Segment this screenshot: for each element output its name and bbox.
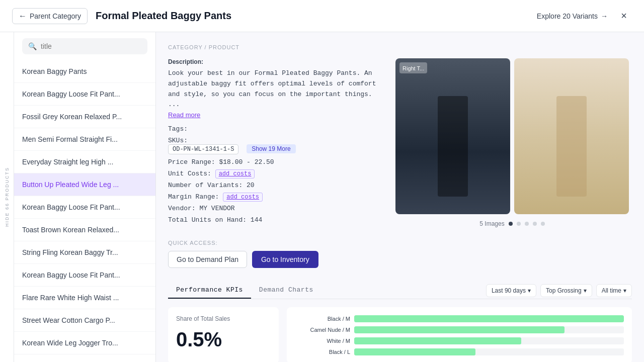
product-item[interactable]: Button Up Pleated Wide Leg ... (14, 173, 155, 196)
product-list: Korean Baggy PantsKorean Baggy Loose Fit… (14, 60, 155, 362)
filter-label-2: Top Grossing (546, 287, 582, 294)
inventory-button[interactable]: Go to Inventory (252, 251, 318, 268)
product-images: Right T... (395, 58, 629, 214)
add-costs-link-2[interactable]: add costs (223, 193, 263, 202)
product-item[interactable]: Street Wear Cotton Cargo P... (14, 309, 155, 332)
performance-section: Performance KPIs Demand Charts Last 90 d… (168, 282, 632, 362)
vendor-row: Vendor: MY VENDOR (168, 205, 379, 212)
bar-track (354, 326, 624, 333)
margin-row: Margin Range: add costs (168, 193, 379, 201)
images-section: Right T... (395, 58, 629, 228)
chevron-down-icon-3: ▾ (623, 287, 626, 294)
dot-1[interactable] (509, 222, 513, 226)
parent-category-button[interactable]: ← Parent Category (12, 8, 88, 24)
header-left: ← Parent Category Formal Pleated Baggy P… (12, 8, 231, 24)
sku-badge: OD-PN-WL-1341-1-S (168, 144, 238, 154)
product-item[interactable]: Korean Wide Leg Jogger Tro... (14, 332, 155, 354)
chevron-down-icon: ▾ (528, 287, 531, 294)
product-item[interactable]: Men Semi Formal Straight Fi... (14, 128, 155, 151)
filter-label-1: Last 90 days (492, 287, 526, 294)
bar-chart: Black / M Camel Nude / M White / M Black… (295, 315, 624, 355)
tab-performance-kpis[interactable]: Performance KPIs (168, 282, 251, 299)
bar-row: Black / M (295, 315, 624, 322)
charts-row: Share of Total Sales 0.5% Black / M Came… (168, 307, 632, 362)
show-more-button[interactable]: Show 19 More (247, 144, 295, 153)
last-90-days-filter[interactable]: Last 90 days ▾ (486, 284, 536, 297)
demand-plan-button[interactable]: Go to Demand Plan (168, 251, 247, 268)
performance-filters: Last 90 days ▾ Top Grossing ▾ All time ▾ (486, 284, 632, 297)
unit-costs-label: Unit Costs: (168, 170, 211, 177)
units-label: Total Units on Hand: (168, 216, 247, 224)
quick-access-buttons: Go to Demand Plan Go to Inventory (168, 251, 632, 268)
chevron-down-icon-2: ▾ (584, 287, 587, 294)
bar-track (354, 337, 624, 344)
bar-label: White / M (295, 338, 350, 344)
tab-demand-charts[interactable]: Demand Charts (251, 282, 321, 299)
share-chart-title: Share of Total Sales (176, 315, 271, 322)
skus-row: SKUs: OD-PN-WL-1341-1-S Show 19 More (168, 137, 379, 154)
share-percent-value: 0.5% (176, 328, 271, 351)
top-grossing-filter[interactable]: Top Grossing ▾ (540, 284, 592, 297)
content-area: CATEGORY / PRODUCT Description: Look you… (156, 32, 644, 362)
description-text: Look your best in our Formal Pleated Bag… (168, 68, 379, 110)
product-image-2 (514, 58, 629, 214)
add-costs-link[interactable]: add costs (215, 169, 255, 178)
dot-2[interactable] (517, 222, 521, 226)
product-info: Description: Look your best in our Forma… (168, 58, 379, 228)
bar-chart-card: Black / M Camel Nude / M White / M Black… (287, 307, 632, 362)
parent-category-label: Parent Category (30, 12, 81, 20)
header: ← Parent Category Formal Pleated Baggy P… (0, 0, 644, 32)
description-label: Description: (168, 58, 379, 65)
price-range-row: Price Range: $18.00 - 22.50 (168, 158, 379, 166)
app-container: ← Parent Category Formal Pleated Baggy P… (0, 0, 644, 362)
product-item[interactable]: String Fling Korean Baggy Tr... (14, 241, 155, 264)
product-item[interactable]: Fossil Grey Korean Relaxed P... (14, 106, 155, 128)
sidebar: HIDE 66 PRODUCTS 🔍 Korean Baggy PantsKor… (0, 32, 156, 362)
vendor-value: MY VENDOR (199, 205, 234, 212)
dot-5[interactable] (541, 222, 545, 226)
performance-tabs: Performance KPIs Demand Charts Last 90 d… (168, 282, 632, 299)
tags-label: Tags: (168, 125, 188, 133)
quick-access: QUICK ACCESS: Go to Demand Plan Go to In… (168, 240, 632, 268)
sidebar-inner: 🔍 Korean Baggy PantsKorean Baggy Loose F… (14, 32, 155, 362)
images-count-label: 5 Images (479, 220, 504, 227)
share-chart-card: Share of Total Sales 0.5% (168, 307, 279, 362)
unit-costs-row: Unit Costs: add costs (168, 170, 379, 177)
product-item[interactable]: Korean Baggy Loose Fit Pant... (14, 83, 155, 106)
all-time-filter[interactable]: All time ▾ (596, 284, 632, 297)
bar-track (354, 315, 624, 322)
product-image-1: Right T... (395, 58, 510, 214)
bar-row: Black / L (295, 348, 624, 355)
dot-4[interactable] (533, 222, 537, 226)
search-input[interactable] (41, 42, 141, 50)
main-layout: HIDE 66 PRODUCTS 🔍 Korean Baggy PantsKor… (0, 32, 644, 362)
bar-fill (354, 315, 624, 322)
bar-label: Camel Nude / M (295, 327, 350, 333)
read-more-link[interactable]: Read more (168, 111, 200, 119)
dot-3[interactable] (525, 222, 529, 226)
sidebar-rotate-label: HIDE 66 PRODUCTS (0, 32, 14, 362)
price-range-value: $18.00 - 22.50 (219, 158, 274, 166)
header-right: Explore 20 Variants → × (537, 8, 632, 24)
product-item[interactable]: Everyday Straight leg High ... (14, 151, 155, 173)
bar-fill (354, 326, 565, 333)
close-button[interactable]: × (616, 8, 632, 24)
product-item[interactable]: Flare Rare White High Waist ... (14, 287, 155, 309)
product-detail: Description: Look your best in our Forma… (168, 58, 632, 228)
explore-variants-button[interactable]: Explore 20 Variants → (537, 12, 608, 20)
bar-fill (354, 337, 521, 344)
quick-access-label: QUICK ACCESS: (168, 240, 632, 246)
page-title: Formal Pleated Baggy Pants (96, 10, 231, 22)
margin-label: Margin Range: (168, 193, 219, 201)
product-item[interactable]: Korean Baggy Pants (14, 60, 155, 83)
bar-row: White / M (295, 337, 624, 344)
variants-count: 20 (247, 182, 255, 189)
product-item[interactable]: Korean Baggy Loose Fit Pant... (14, 264, 155, 287)
units-row: Total Units on Hand: 144 (168, 216, 379, 224)
product-item[interactable]: Korean Baggy Loose Fit Pant... (14, 196, 155, 219)
tags-row: Tags: (168, 125, 379, 133)
search-icon: 🔍 (28, 42, 37, 50)
product-item[interactable]: Toast Brown Korean Relaxed... (14, 219, 155, 241)
bar-track (354, 348, 624, 355)
units-value: 144 (251, 216, 262, 224)
